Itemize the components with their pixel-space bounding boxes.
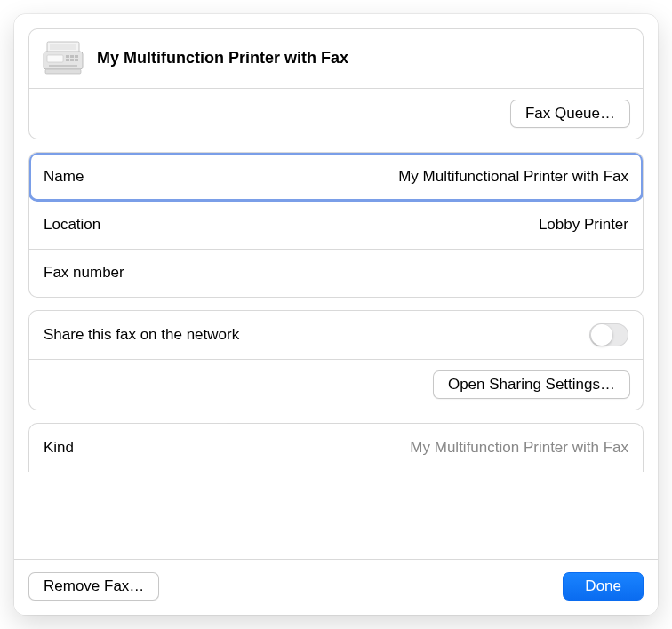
- location-row[interactable]: Location Lobby Printer: [29, 201, 643, 249]
- share-row: Share this fax on the network: [29, 311, 643, 359]
- share-label: Share this fax on the network: [44, 326, 239, 344]
- name-value: My Multifunctional Printer with Fax: [398, 168, 628, 186]
- remove-fax-button[interactable]: Remove Fax…: [28, 572, 159, 601]
- fax-machine-icon: [42, 40, 84, 76]
- sharing-actions: Open Sharing Settings…: [29, 359, 643, 410]
- header-card: My Multifunction Printer with Fax Fax Qu…: [28, 28, 644, 139]
- svg-rect-8: [70, 59, 74, 61]
- fax-queue-button[interactable]: Fax Queue…: [510, 100, 630, 128]
- svg-rect-7: [66, 59, 69, 61]
- svg-rect-3: [47, 55, 63, 62]
- header-top: My Multifunction Printer with Fax: [29, 29, 643, 88]
- sharing-card: Share this fax on the network Open Shari…: [28, 310, 644, 410]
- svg-rect-6: [75, 55, 78, 58]
- kind-value: My Multifunction Printer with Fax: [410, 439, 628, 457]
- fax-number-row[interactable]: Fax number: [29, 249, 643, 297]
- svg-rect-1: [50, 44, 76, 50]
- name-label: Name: [44, 168, 84, 186]
- device-title: My Multifunction Printer with Fax: [97, 49, 348, 68]
- dialog-footer: Remove Fax… Done: [14, 559, 658, 615]
- svg-rect-5: [70, 55, 74, 58]
- header-actions: Fax Queue…: [29, 89, 643, 139]
- svg-rect-9: [75, 59, 78, 61]
- done-label: Done: [585, 577, 621, 595]
- kind-card: Kind My Multifunction Printer with Fax: [28, 423, 644, 472]
- open-sharing-settings-button[interactable]: Open Sharing Settings…: [433, 370, 630, 399]
- switch-knob: [591, 324, 612, 346]
- svg-rect-11: [45, 69, 81, 74]
- svg-rect-10: [49, 65, 77, 67]
- svg-rect-4: [66, 55, 69, 58]
- fax-queue-label: Fax Queue…: [525, 105, 615, 123]
- name-row[interactable]: Name My Multifunctional Printer with Fax: [29, 153, 643, 201]
- fax-options-dialog: My Multifunction Printer with Fax Fax Qu…: [14, 14, 658, 615]
- kind-row: Kind My Multifunction Printer with Fax: [29, 424, 643, 472]
- open-sharing-label: Open Sharing Settings…: [448, 376, 615, 394]
- dialog-content: My Multifunction Printer with Fax Fax Qu…: [14, 14, 658, 559]
- kind-label: Kind: [44, 439, 74, 457]
- done-button[interactable]: Done: [563, 572, 644, 601]
- remove-fax-label: Remove Fax…: [44, 577, 144, 595]
- fax-number-label: Fax number: [44, 264, 124, 282]
- location-value: Lobby Printer: [539, 216, 628, 234]
- share-toggle[interactable]: [589, 323, 628, 346]
- details-card: Name My Multifunctional Printer with Fax…: [28, 152, 644, 298]
- location-label: Location: [44, 216, 100, 234]
